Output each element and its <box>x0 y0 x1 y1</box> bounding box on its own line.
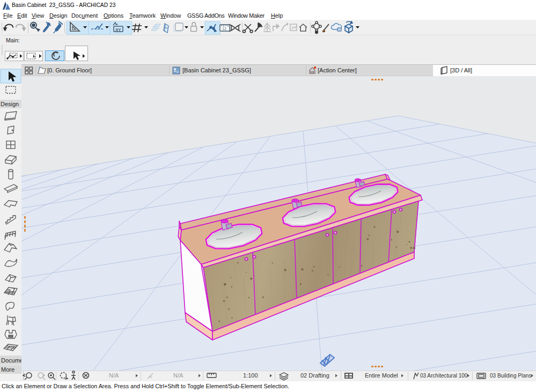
svg-text:Entire Model: Entire Model <box>365 372 398 379</box>
svg-text:More: More <box>1 366 14 373</box>
svg-text:N/A: N/A <box>109 372 119 379</box>
svg-text:XY: XY <box>115 27 121 32</box>
svg-text:N/A: N/A <box>173 372 183 379</box>
svg-text:1:100: 1:100 <box>243 372 258 379</box>
svg-text:03 Building Plans: 03 Building Plans <box>490 373 531 379</box>
svg-text:12: 12 <box>222 27 226 31</box>
svg-text:02 Drafting: 02 Drafting <box>300 372 329 379</box>
svg-text:Design: Design <box>1 101 19 107</box>
svg-text:Documer: Documer <box>1 357 21 364</box>
svg-text:03 Architectural 100: 03 Architectural 100 <box>420 373 468 379</box>
